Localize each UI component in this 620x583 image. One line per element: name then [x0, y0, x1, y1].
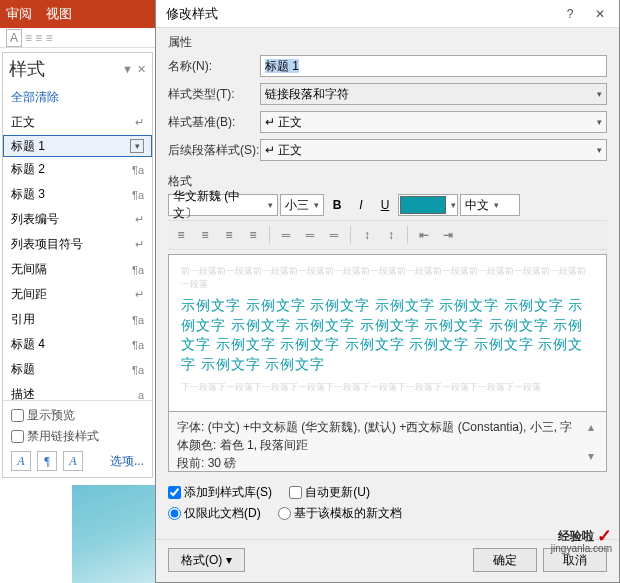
- show-preview-checkbox[interactable]: 显示预览: [11, 407, 144, 424]
- style-mark: ¶a: [132, 264, 144, 276]
- style-mark: ¶a: [132, 314, 144, 326]
- help-icon[interactable]: ?: [555, 0, 585, 28]
- inc-before-button[interactable]: ↕: [356, 224, 378, 246]
- style-item[interactable]: 引用¶a: [3, 307, 152, 332]
- chevron-down-icon: ▾: [597, 117, 602, 127]
- close-icon[interactable]: ✕: [585, 0, 615, 28]
- style-item-label: 标题 4: [11, 336, 45, 353]
- base-select[interactable]: ↵ 正文▾: [260, 111, 607, 133]
- style-mark: a: [138, 389, 144, 401]
- new-style-icon[interactable]: A: [11, 451, 31, 471]
- modify-style-dialog: 修改样式 ? ✕ 属性 名称(N): 标题 1 样式类型(T): 链接段落和字符…: [155, 0, 620, 583]
- preview-box: 前一段落前一段落前一段落前一段落前一段落前一段落前一段落前一段落前一段落前一段落…: [168, 254, 607, 412]
- next-select[interactable]: ↵ 正文▾: [260, 139, 607, 161]
- style-item-label: 无间隔: [11, 261, 47, 278]
- style-item-label: 标题 2: [11, 161, 45, 178]
- properties-header: 属性: [168, 34, 607, 51]
- style-item[interactable]: 列表项目符号↵: [3, 232, 152, 257]
- style-item[interactable]: 描述a: [3, 382, 152, 400]
- style-item[interactable]: 标题 3¶a: [3, 182, 152, 207]
- inc-indent-button[interactable]: ⇥: [437, 224, 459, 246]
- chevron-down-icon[interactable]: ▾: [130, 139, 144, 153]
- spacing-1-button[interactable]: ═: [275, 224, 297, 246]
- preview-sample: 示例文字 示例文字 示例文字 示例文字 示例文字 示例文字 示例文字 示例文字 …: [181, 296, 594, 374]
- style-item-label: 标题: [11, 361, 35, 378]
- ok-button[interactable]: 确定: [473, 548, 537, 572]
- options-link[interactable]: 选项...: [110, 453, 144, 470]
- style-item[interactable]: 标题 1▾: [3, 135, 152, 157]
- spacing-15-button[interactable]: ═: [299, 224, 321, 246]
- style-item-label: 正文: [11, 114, 35, 131]
- style-item[interactable]: 列表编号↵: [3, 207, 152, 232]
- pane-close-icon[interactable]: ✕: [137, 63, 146, 76]
- style-item[interactable]: 标题 2¶a: [3, 157, 152, 182]
- bold-button[interactable]: B: [326, 194, 348, 216]
- only-doc-radio[interactable]: 仅限此文档(D): [168, 506, 261, 520]
- chevron-down-icon: ▾: [597, 89, 602, 99]
- style-item-label: 标题 3: [11, 186, 45, 203]
- style-mark: ↵: [135, 116, 144, 129]
- style-item-label: 列表项目符号: [11, 236, 83, 253]
- style-item[interactable]: 标题 4¶a: [3, 332, 152, 357]
- auto-update-checkbox[interactable]: 自动更新(U): [289, 485, 370, 499]
- document-background: [72, 485, 162, 583]
- size-select[interactable]: 小三▾: [280, 194, 324, 216]
- style-mark: ¶a: [132, 189, 144, 201]
- scroll-up-icon[interactable]: ▴: [588, 418, 594, 436]
- pane-dropdown-icon[interactable]: ▼: [122, 63, 133, 76]
- dec-before-button[interactable]: ↕: [380, 224, 402, 246]
- style-mark: ¶a: [132, 164, 144, 176]
- scroll-down-icon[interactable]: ▾: [588, 447, 594, 465]
- style-item[interactable]: 正文↵: [3, 110, 152, 135]
- preview-before: 前一段落前一段落前一段落前一段落前一段落前一段落前一段落前一段落前一段落前一段落…: [181, 265, 594, 290]
- add-to-library-checkbox[interactable]: 添加到样式库(S): [168, 485, 272, 499]
- color-swatch: [400, 196, 446, 214]
- watermark: 经验啦✓ jingyanla.com: [558, 525, 612, 547]
- preview-after: 下一段落下一段落下一段落下一段落下一段落下一段落下一段落下一段落下一段落下一段落: [181, 381, 594, 394]
- style-item-label: 描述: [11, 386, 35, 400]
- disable-linked-checkbox[interactable]: 禁用链接样式: [11, 428, 144, 445]
- template-radio[interactable]: 基于该模板的新文档: [278, 506, 402, 520]
- style-item[interactable]: 无间隔¶a: [3, 257, 152, 282]
- lang-select[interactable]: 中文▾: [460, 194, 520, 216]
- style-mark: ¶a: [132, 339, 144, 351]
- manage-styles-icon[interactable]: A: [63, 451, 83, 471]
- toolbar-fragment: A ≡ ≡ ≡: [0, 28, 155, 48]
- font-select[interactable]: 华文新魏 (中文〕▾: [168, 194, 278, 216]
- style-item-label: 标题 1: [11, 138, 45, 155]
- style-mark: ↵: [135, 288, 144, 301]
- align-center-button[interactable]: ≡: [194, 224, 216, 246]
- style-list: 正文↵标题 1▾标题 2¶a标题 3¶a列表编号↵列表项目符号↵无间隔¶a无间距…: [3, 110, 152, 400]
- format-button[interactable]: 格式(O) ▾: [168, 548, 245, 572]
- align-left-button[interactable]: ≡: [170, 224, 192, 246]
- style-item[interactable]: 标题¶a: [3, 357, 152, 382]
- style-item-label: 无间距: [11, 286, 47, 303]
- pane-title: 样式: [9, 57, 45, 81]
- underline-button[interactable]: U: [374, 194, 396, 216]
- tab-review[interactable]: 审阅: [6, 5, 32, 23]
- name-label: 名称(N):: [168, 58, 260, 75]
- clear-all-link[interactable]: 全部清除: [3, 85, 152, 110]
- base-label: 样式基准(B):: [168, 114, 260, 131]
- style-mark: ↵: [135, 238, 144, 251]
- paragraph-toolbar: ≡ ≡ ≡ ≡ ═ ═ ═ ↕ ↕ ⇤ ⇥: [168, 220, 607, 250]
- style-item-label: 引用: [11, 311, 35, 328]
- style-mark: ↵: [135, 213, 144, 226]
- dec-indent-button[interactable]: ⇤: [413, 224, 435, 246]
- type-select[interactable]: 链接段落和字符▾: [260, 83, 607, 105]
- style-inspector-icon[interactable]: ¶: [37, 451, 57, 471]
- style-item-label: 列表编号: [11, 211, 59, 228]
- style-mark: ¶a: [132, 364, 144, 376]
- align-right-button[interactable]: ≡: [218, 224, 240, 246]
- align-justify-button[interactable]: ≡: [242, 224, 264, 246]
- styles-pane: 样式 ▼ ✕ 全部清除 正文↵标题 1▾标题 2¶a标题 3¶a列表编号↵列表项…: [2, 52, 153, 478]
- style-item[interactable]: 无间距↵: [3, 282, 152, 307]
- name-input[interactable]: 标题 1: [260, 55, 607, 77]
- spacing-2-button[interactable]: ═: [323, 224, 345, 246]
- style-description: 字体: (中文) +中文标题 (华文新魏), (默认) +西文标题 (Const…: [168, 412, 607, 472]
- italic-button[interactable]: I: [350, 194, 372, 216]
- type-label: 样式类型(T):: [168, 86, 260, 103]
- tab-view[interactable]: 视图: [46, 5, 72, 23]
- color-select[interactable]: ▾: [398, 194, 458, 216]
- next-label: 后续段落样式(S):: [168, 142, 260, 159]
